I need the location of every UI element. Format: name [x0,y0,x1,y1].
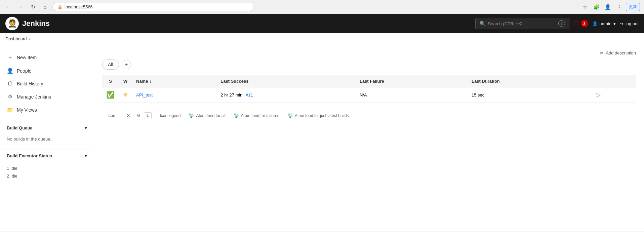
row-last-failure: N/A [356,87,468,103]
home-button[interactable]: ⌂ [40,2,50,12]
search-icon: 🔍 [480,21,485,26]
logout-label: log out [626,21,639,26]
col-last-success: Last Success [216,75,356,87]
col-last-duration: Last Duration [468,75,592,87]
row-name: API_test [132,87,216,103]
feed-icon-failures: 📡 [234,113,239,118]
content-area: ✏ Add description All + S W Name ↓ Last … [94,45,644,231]
row-last-success: 2 hr 27 min #11 [216,87,356,103]
atom-feed-all-link[interactable]: 📡 Atom feed for all [189,113,225,118]
executor-item-1: 1 Idle [7,164,87,172]
sidebar-item-my-views[interactable]: 📁 My Views [0,103,94,116]
icon-size-s[interactable]: S [124,112,132,119]
table-row: ✅ ☀ API_test 2 hr 27 min #11 N/A 15 sec [102,87,636,103]
update-button[interactable]: 更新 [626,3,640,11]
jenkins-logo[interactable]: 🤵 Jenkins [5,17,50,30]
row-status-icon: ✅ [102,87,119,103]
col-actions [592,75,636,87]
back-button[interactable]: ← [4,2,13,12]
build-number-link[interactable]: #11 [246,92,253,98]
lock-icon: 🔒 [57,5,63,9]
run-button[interactable]: ▷ [596,91,601,99]
pencil-icon: ✏ [600,50,604,55]
jenkins-title: Jenkins [22,19,50,28]
sidebar-item-manage-jenkins[interactable]: ⚙ Manage Jenkins [0,90,94,103]
executor-number-1: 1 [7,166,9,171]
sidebar-item-my-views-label: My Views [17,107,37,113]
shield-icon: 🛡 [573,20,579,27]
content-header: ✏ Add description [102,50,636,55]
sidebar-item-new-item[interactable]: ＋ New Item [0,50,94,64]
icon-legend-link[interactable]: Icon legend [160,113,180,118]
build-queue-content: No builds in the queue. [0,134,94,144]
table-body: ✅ ☀ API_test 2 hr 27 min #11 N/A 15 sec [102,87,636,103]
executor-item-2: 2 Idle [7,172,87,180]
executor-number-2: 2 [7,173,9,179]
job-link[interactable]: API_test [136,92,153,98]
extensions-icon[interactable]: 🧩 [592,2,601,12]
profile-icon[interactable]: 👤 [603,2,612,12]
build-queue-empty: No builds in the queue. [7,137,51,142]
col-name[interactable]: Name ↓ [132,75,216,87]
jenkins-header: 🤵 Jenkins 🔍 ? 🛡 2 👤 admin ▾ ↪ log out [0,14,644,33]
logout-button[interactable]: ↪ log out [620,21,639,26]
footer-bar: Icon: S M L Icon legend 📡 Atom feed for … [102,108,636,123]
reload-button[interactable]: ↻ [28,2,38,12]
breadcrumb-dashboard[interactable]: Dashboard [5,36,27,41]
icon-label: Icon: [108,113,116,118]
browser-chrome: ← → ↻ ⌂ 🔒 localhost:5566 ☆ 🧩 👤 ⋮ 更新 [0,0,644,14]
icon-size-l[interactable]: L [144,112,152,119]
bookmark-icon[interactable]: ☆ [580,2,590,12]
atom-feed-latest-label: Atom feed for just latest builds [295,113,349,118]
icon-size-m[interactable]: M [134,112,143,119]
atom-feed-failures-link[interactable]: 📡 Atom feed for failures [234,113,279,118]
tab-all[interactable]: All [102,60,119,70]
help-icon[interactable]: ? [558,20,565,27]
build-queue-header[interactable]: Build Queue ▾ [0,122,94,134]
search-input[interactable] [488,21,556,26]
menu-icon[interactable]: ⋮ [614,2,624,12]
jobs-table: S W Name ↓ Last Success Last Failure Las… [102,75,636,103]
row-run-btn: ▷ [592,87,636,103]
tabs-bar: All + [102,60,636,70]
add-description-button[interactable]: ✏ Add description [600,50,636,55]
build-executor-section: Build Executor Status ▾ 1 Idle 2 Idle [0,150,94,183]
atom-feed-latest-link[interactable]: 📡 Atom feed for just latest builds [287,113,349,118]
notification-area: 🛡 2 [573,20,588,27]
header-right: 🔍 ? 🛡 2 👤 admin ▾ ↪ log out [475,18,639,29]
add-tab-button[interactable]: + [122,60,131,69]
table-header: S W Name ↓ Last Success Last Failure Las… [102,75,636,87]
feed-icon-all: 📡 [189,113,194,118]
logout-icon: ↪ [620,21,623,26]
executor-status-2: Idle [10,173,17,179]
tab-all-label: All [108,62,113,67]
sidebar-item-manage-jenkins-label: Manage Jenkins [17,94,51,100]
forward-button[interactable]: → [16,2,26,12]
user-name: admin [600,21,611,26]
sidebar-item-people[interactable]: 👤 People [0,64,94,77]
atom-feed-all-label: Atom feed for all [196,113,225,118]
gear-icon: ⚙ [7,93,13,100]
notification-badge[interactable]: 2 [581,20,588,27]
col-weather: W [119,75,132,87]
build-executor-title: Build Executor Status [7,153,52,158]
status-ok-icon: ✅ [106,91,115,99]
chevron-down-icon: ▾ [613,21,616,26]
breadcrumb: Dashboard › [0,33,644,45]
atom-feed-failures-label: Atom feed for failures [241,113,279,118]
sidebar-item-build-history[interactable]: 🗒 Build History [0,77,94,90]
last-success-time: 2 hr 27 min [220,92,242,98]
user-menu[interactable]: 👤 admin ▾ [592,21,616,26]
browser-actions: ☆ 🧩 👤 ⋮ 更新 [580,2,640,12]
jenkins-avatar-icon: 🤵 [5,17,19,30]
executor-status-1: Idle [10,166,17,171]
build-queue-section: Build Queue ▾ No builds in the queue. [0,122,94,144]
build-executor-collapse-icon: ▾ [85,153,87,158]
breadcrumb-separator: › [29,36,30,41]
weather-sunny-icon: ☀ [123,91,128,98]
sidebar-item-build-history-label: Build History [17,81,43,86]
people-icon: 👤 [7,68,13,74]
main-layout: ＋ New Item 👤 People 🗒 Build History ⚙ Ma… [0,45,644,231]
col-last-failure: Last Failure [356,75,468,87]
build-executor-header[interactable]: Build Executor Status ▾ [0,150,94,162]
